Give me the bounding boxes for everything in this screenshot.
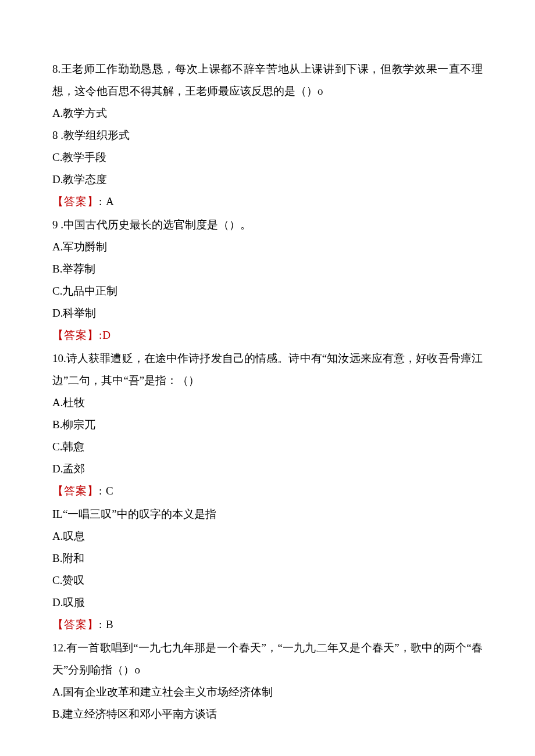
- question-number: 9 .: [52, 218, 63, 231]
- answer-bracket-open: 【: [52, 195, 64, 207]
- option-text: 杜牧: [63, 396, 85, 409]
- option-label: A.: [52, 530, 63, 542]
- option-label: D.: [52, 307, 63, 319]
- option-label: 8 .: [52, 129, 63, 141]
- option-a: A.教学方式: [52, 102, 483, 124]
- answer-line: 【答案】: A: [52, 191, 483, 213]
- question-block: 9 .中国古代历史最长的选官制度是（）。 A.军功爵制 B.举荐制 C.九品中正…: [52, 214, 483, 346]
- answer-label: 答案: [64, 329, 87, 341]
- option-b: B.附和: [52, 547, 483, 569]
- option-label: C.: [52, 574, 62, 586]
- option-c: C.韩愈: [52, 436, 483, 458]
- option-text: 叹服: [63, 596, 85, 608]
- option-label: B.: [52, 418, 62, 431]
- option-a: A.国有企业改革和建立社会主义市场经济体制: [52, 681, 483, 703]
- question-body: 王老师工作勤勤恳恳，每次上课都不辞辛苦地从上课讲到下课，但教学效果一直不理想，这…: [52, 63, 483, 97]
- question-text: 12.有一首歌唱到“一九七九年那是一个春天”，“一九九二年又是个春天”，歌中的两…: [52, 637, 483, 681]
- question-body: “一唱三叹”中的叹字的本义是指: [63, 508, 216, 520]
- option-text: 教学手段: [62, 151, 106, 163]
- option-label: C.: [52, 440, 62, 453]
- question-body: 中国古代历史最长的选官制度是（）。: [63, 218, 251, 231]
- question-text: 10.诗人获罪遭贬，在途中作诗抒发自己的情感。诗中有“知汝远来应有意，好收吾骨瘴…: [52, 347, 483, 392]
- option-text: 九品中正制: [62, 285, 117, 297]
- option-b: 8 .教学组织形式: [52, 124, 483, 146]
- option-label: A.: [52, 241, 63, 253]
- option-b: B.建立经济特区和邓小平南方谈话: [52, 703, 483, 725]
- option-label: A.: [52, 107, 63, 119]
- option-d: D.教学态度: [52, 169, 483, 191]
- option-label: D.: [52, 173, 63, 185]
- option-text: 附和: [62, 552, 84, 564]
- option-label: B.: [52, 708, 62, 720]
- option-b: B.柳宗兀: [52, 414, 483, 436]
- question-number: IL: [52, 508, 63, 520]
- option-text: 建立经济特区和邓小平南方谈话: [62, 708, 217, 720]
- question-body: 诗人获罪遭贬，在途中作诗抒发自己的情感。诗中有“知汝远来应有意，好收吾骨瘴江边”…: [52, 352, 483, 386]
- answer-label: 答案: [64, 485, 87, 497]
- question-number: 12.: [52, 642, 66, 654]
- answer-value: :D: [99, 329, 111, 341]
- option-label: B.: [52, 552, 62, 564]
- option-d: D.科举制: [52, 302, 483, 324]
- question-number: 10.: [52, 352, 66, 364]
- option-text: 韩愈: [62, 440, 84, 453]
- answer-bracket-close: 】: [87, 329, 99, 341]
- option-text: 科举制: [63, 307, 96, 319]
- answer-bracket-open: 【: [52, 618, 64, 630]
- option-text: 教学方式: [63, 107, 107, 119]
- question-text: IL“一唱三叹”中的叹字的本义是指: [52, 503, 483, 525]
- question-number: 8.: [52, 63, 60, 75]
- answer-line: 【答案】:D: [52, 324, 483, 346]
- option-b: B.举荐制: [52, 258, 483, 280]
- option-c: C.教学手段: [52, 146, 483, 169]
- option-label: B.: [52, 263, 62, 275]
- option-a: A.杜牧: [52, 392, 483, 414]
- document-content: 8.王老师工作勤勤恳恳，每次上课都不辞辛苦地从上课讲到下课，但教学效果一直不理想…: [52, 58, 483, 725]
- option-text: 孟郊: [63, 463, 85, 475]
- option-text: 赞叹: [62, 574, 84, 586]
- answer-value: : A: [99, 195, 115, 207]
- option-label: C.: [52, 151, 62, 163]
- answer-line: 【答案】: B: [52, 614, 483, 636]
- question-block: 12.有一首歌唱到“一九七九年那是一个春天”，“一九九二年又是个春天”，歌中的两…: [52, 637, 483, 725]
- option-label: C.: [52, 285, 62, 297]
- answer-bracket-open: 【: [52, 485, 64, 497]
- answer-bracket-close: 】: [87, 485, 99, 497]
- answer-bracket-close: 】: [87, 195, 99, 207]
- answer-bracket-close: 】: [87, 618, 99, 630]
- question-text: 9 .中国古代历史最长的选官制度是（）。: [52, 214, 483, 236]
- option-text: 教学态度: [63, 173, 107, 185]
- option-text: 教学组织形式: [63, 129, 130, 141]
- option-d: D.孟郊: [52, 458, 483, 480]
- option-text: 国有企业改革和建立社会主义市场经济体制: [63, 686, 273, 698]
- option-text: 军功爵制: [63, 241, 107, 253]
- option-label: D.: [52, 463, 63, 475]
- option-c: C.九品中正制: [52, 280, 483, 302]
- question-text: 8.王老师工作勤勤恳恳，每次上课都不辞辛苦地从上课讲到下课，但教学效果一直不理想…: [52, 58, 483, 102]
- option-c: C.赞叹: [52, 569, 483, 592]
- answer-line: 【答案】: C: [52, 480, 483, 502]
- option-label: D.: [52, 596, 63, 608]
- option-text: 举荐制: [62, 263, 95, 275]
- answer-label: 答案: [64, 618, 87, 630]
- question-block: 8.王老师工作勤勤恳恳，每次上课都不辞辛苦地从上课讲到下课，但教学效果一直不理想…: [52, 58, 483, 213]
- question-block: IL“一唱三叹”中的叹字的本义是指 A.叹息 B.附和 C.赞叹 D.叹服 【答…: [52, 503, 483, 636]
- option-label: A.: [52, 686, 63, 698]
- option-text: 叹息: [63, 530, 85, 542]
- answer-label: 答案: [64, 195, 87, 207]
- question-body: 有一首歌唱到“一九七九年那是一个春天”，“一九九二年又是个春天”，歌中的两个“春…: [52, 642, 483, 676]
- option-label: A.: [52, 396, 63, 409]
- option-text: 柳宗兀: [62, 418, 95, 431]
- answer-value: : B: [99, 618, 114, 630]
- option-a: A.叹息: [52, 525, 483, 547]
- question-block: 10.诗人获罪遭贬，在途中作诗抒发自己的情感。诗中有“知汝远来应有意，好收吾骨瘴…: [52, 347, 483, 502]
- option-d: D.叹服: [52, 592, 483, 614]
- answer-value: : C: [99, 485, 114, 497]
- option-a: A.军功爵制: [52, 236, 483, 258]
- answer-bracket-open: 【: [52, 329, 64, 341]
